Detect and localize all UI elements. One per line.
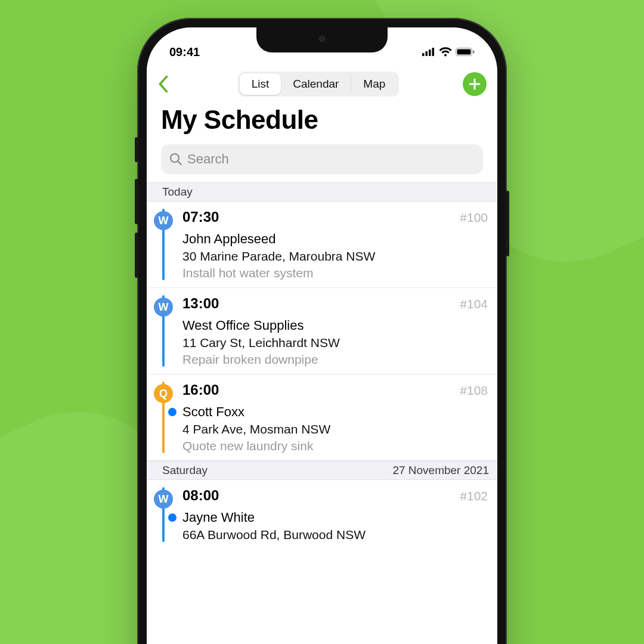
item-id: #108 <box>460 383 488 398</box>
schedule-item[interactable]: W08:00#102Jayne White66A Burwood Rd, Bur… <box>147 480 497 549</box>
svg-rect-3 <box>432 48 435 56</box>
item-address: 66A Burwood Rd, Burwood NSW <box>182 528 488 542</box>
wifi-icon <box>439 47 452 57</box>
item-address: 4 Park Ave, Mosman NSW <box>182 422 488 436</box>
svg-rect-2 <box>429 49 431 56</box>
item-id: #102 <box>460 489 488 503</box>
phone-frame: 09:41 List Calendar Map My Schedule <box>137 18 507 644</box>
svg-rect-0 <box>422 53 425 56</box>
schedule-item[interactable]: Q16:00#108Scott Foxx4 Park Ave, Mosman N… <box>147 374 497 461</box>
item-gutter: W <box>147 209 179 280</box>
item-address: 11 Cary St, Leichhardt NSW <box>182 336 488 350</box>
section-header: Saturday27 November 2021 <box>147 461 497 480</box>
type-badge: W <box>154 211 173 230</box>
section-label: Today <box>162 185 193 199</box>
search-icon <box>169 153 182 166</box>
section-date: 27 November 2021 <box>392 464 489 477</box>
schedule-item[interactable]: W13:00#104West Office Supplies11 Cary St… <box>147 288 497 374</box>
type-badge: Q <box>154 384 173 403</box>
item-description: Quote new laundry sink <box>182 439 488 453</box>
item-time: 16:00 <box>182 382 219 398</box>
item-time: 08:00 <box>182 487 219 504</box>
status-time: 09:41 <box>169 45 200 59</box>
item-name: Jayne White <box>182 510 488 525</box>
item-name: Scott Foxx <box>182 404 488 420</box>
page-title: My Schedule <box>147 101 497 144</box>
section-header: Today <box>147 182 497 202</box>
notch <box>256 27 388 52</box>
svg-rect-1 <box>426 51 428 56</box>
plus-icon <box>469 78 481 90</box>
item-id: #104 <box>460 297 488 311</box>
svg-rect-6 <box>473 51 475 54</box>
screen: 09:41 List Calendar Map My Schedule <box>147 27 497 644</box>
search-field[interactable] <box>161 144 483 174</box>
item-content: 16:00#108Scott Foxx4 Park Ave, Mosman NS… <box>179 382 488 453</box>
view-segmented-control: List Calendar Map <box>238 72 400 97</box>
item-name: West Office Supplies <box>182 318 488 333</box>
item-id: #100 <box>460 210 488 225</box>
item-description: Install hot water system <box>182 266 488 280</box>
tab-map[interactable]: Map <box>351 73 397 95</box>
nav-row: List Calendar Map <box>147 63 497 101</box>
battery-icon <box>456 48 475 56</box>
section-label: Saturday <box>162 464 208 477</box>
item-content: 07:30#100John Appleseed30 Marine Parade,… <box>179 209 488 280</box>
tab-list[interactable]: List <box>240 73 281 95</box>
schedule-item[interactable]: W07:30#100John Appleseed30 Marine Parade… <box>147 202 497 288</box>
chevron-left-icon <box>158 76 169 92</box>
type-badge: W <box>154 298 173 317</box>
svg-rect-5 <box>457 49 471 55</box>
status-icons <box>422 47 475 57</box>
status-dot-icon <box>168 408 177 416</box>
item-content: 08:00#102Jayne White66A Burwood Rd, Burw… <box>179 487 488 542</box>
item-description: Repair broken downpipe <box>182 352 488 367</box>
svg-line-8 <box>178 162 182 165</box>
add-button[interactable] <box>463 72 487 96</box>
type-badge: W <box>154 490 173 509</box>
back-button[interactable] <box>153 73 174 95</box>
status-dot-icon <box>168 513 177 522</box>
item-gutter: Q <box>147 382 179 453</box>
item-time: 13:00 <box>182 295 219 312</box>
item-gutter: W <box>147 295 179 367</box>
cellular-icon <box>422 48 435 56</box>
item-content: 13:00#104West Office Supplies11 Cary St,… <box>179 295 488 367</box>
item-name: John Appleseed <box>182 231 488 247</box>
search-input[interactable] <box>187 151 475 167</box>
item-address: 30 Marine Parade, Maroubra NSW <box>182 249 488 264</box>
item-time: 07:30 <box>182 209 219 225</box>
tab-calendar[interactable]: Calendar <box>281 73 351 95</box>
schedule-list: TodayW07:30#100John Appleseed30 Marine P… <box>147 182 497 549</box>
